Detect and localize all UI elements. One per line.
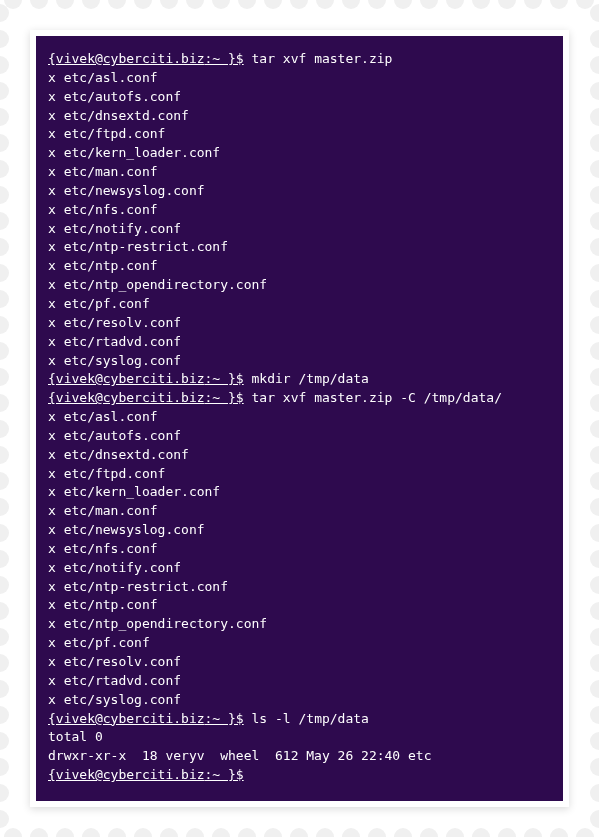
stamp-perforation (590, 680, 599, 698)
output-line: x etc/rtadvd.conf (48, 672, 551, 691)
stamp-perforation (590, 160, 599, 178)
output-line: x etc/notify.conf (48, 220, 551, 239)
stamp-perforation (590, 654, 599, 672)
stamp-perforation (30, 828, 48, 837)
output-line: x etc/ntp_opendirectory.conf (48, 615, 551, 634)
stamp-perforation (0, 134, 9, 152)
stamp-perforation (576, 828, 594, 837)
prompt-line: {vivek@cyberciti.biz:~ }$ (48, 766, 551, 785)
output-line: x etc/resolv.conf (48, 314, 551, 333)
stamp-perforation (550, 0, 568, 9)
stamp-perforation (590, 82, 599, 100)
stamp-perforation (0, 472, 9, 490)
stamp-perforation (590, 602, 599, 620)
stamp-perforation (108, 828, 126, 837)
stamp-perforation (368, 828, 386, 837)
stamp-perforation (0, 680, 9, 698)
prompt-user-host: {vivek@cyberciti.biz (48, 390, 205, 405)
output-line: x etc/nfs.conf (48, 540, 551, 559)
stamp-perforation (590, 134, 599, 152)
stamp-perforation (368, 0, 386, 9)
stamp-perforation (420, 828, 438, 837)
stamp-perforation (0, 108, 9, 126)
stamp-perforation (0, 394, 9, 412)
stamp-perforation (590, 524, 599, 542)
stamp-perforation (82, 828, 100, 837)
stamp-perforation (134, 828, 152, 837)
stamp-perforation (472, 828, 490, 837)
stamp-perforation (550, 828, 568, 837)
stamp-perforation (0, 316, 9, 334)
stamp-perforation (524, 828, 542, 837)
stamp-perforation (590, 56, 599, 74)
prompt-line: {vivek@cyberciti.biz:~ }$ tar xvf master… (48, 50, 551, 69)
stamp-perforation (590, 290, 599, 308)
stamp-perforation (590, 550, 599, 568)
output-line: total 0 (48, 728, 551, 747)
stamp-perforation (420, 0, 438, 9)
stamp-perforation (590, 706, 599, 724)
stamp-perforation (446, 828, 464, 837)
stamp-perforation (0, 368, 9, 386)
stamp-perforation (590, 420, 599, 438)
stamp-frame: {vivek@cyberciti.biz:~ }$ tar xvf master… (0, 0, 599, 837)
output-line: x etc/dnsextd.conf (48, 107, 551, 126)
stamp-perforation (590, 316, 599, 334)
output-line: x etc/autofs.conf (48, 88, 551, 107)
stamp-perforation (590, 30, 599, 48)
output-line: x etc/syslog.conf (48, 691, 551, 710)
stamp-perforation (0, 602, 9, 620)
prompt-path: :~ }$ (205, 767, 244, 782)
output-line: x etc/kern_loader.conf (48, 144, 551, 163)
output-line: x etc/nfs.conf (48, 201, 551, 220)
stamp-perforation (590, 628, 599, 646)
stamp-perforation (498, 0, 516, 9)
output-line: x etc/ntp.conf (48, 596, 551, 615)
stamp-perforation (590, 498, 599, 516)
stamp-perforation (212, 0, 230, 9)
stamp-perforation (472, 0, 490, 9)
stamp-perforation (0, 186, 9, 204)
output-line: x etc/rtadvd.conf (48, 333, 551, 352)
output-line: drwxr-xr-x 18 veryv wheel 612 May 26 22:… (48, 747, 551, 766)
stamp-perforation (108, 0, 126, 9)
stamp-perforation (498, 828, 516, 837)
stamp-perforation (0, 576, 9, 594)
output-line: x etc/resolv.conf (48, 653, 551, 672)
command-text: mkdir /tmp/data (244, 371, 369, 386)
stamp-perforation (0, 160, 9, 178)
stamp-perforation (590, 758, 599, 776)
output-line: x etc/pf.conf (48, 295, 551, 314)
stamp-perforation (0, 810, 9, 828)
stamp-perforation (590, 108, 599, 126)
stamp-perforation (56, 0, 74, 9)
output-line: x etc/notify.conf (48, 559, 551, 578)
stamp-perforation (590, 732, 599, 750)
stamp-perforation (316, 828, 334, 837)
stamp-perforation (524, 0, 542, 9)
output-line: x etc/ftpd.conf (48, 125, 551, 144)
command-text: tar xvf master.zip (244, 51, 393, 66)
stamp-perforation (0, 420, 9, 438)
stamp-perforation (590, 212, 599, 230)
stamp-perforation (0, 56, 9, 74)
stamp-perforation (0, 238, 9, 256)
stamp-perforation (590, 446, 599, 464)
prompt-line: {vivek@cyberciti.biz:~ }$ mkdir /tmp/dat… (48, 370, 551, 389)
prompt-user-host: {vivek@cyberciti.biz (48, 51, 205, 66)
stamp-perforation (0, 446, 9, 464)
stamp-perforation (590, 784, 599, 802)
output-line: x etc/ntp_opendirectory.conf (48, 276, 551, 295)
stamp-perforation (0, 628, 9, 646)
prompt-line: {vivek@cyberciti.biz:~ }$ tar xvf master… (48, 389, 551, 408)
output-line: x etc/kern_loader.conf (48, 483, 551, 502)
prompt-path: :~ }$ (205, 51, 244, 66)
output-line: x etc/newsyslog.conf (48, 521, 551, 540)
stamp-perforation (0, 82, 9, 100)
stamp-perforation (0, 498, 9, 516)
stamp-perforation (0, 524, 9, 542)
stamp-perforation (134, 0, 152, 9)
stamp-perforation (0, 758, 9, 776)
stamp-perforation (0, 290, 9, 308)
stamp-perforation (238, 0, 256, 9)
